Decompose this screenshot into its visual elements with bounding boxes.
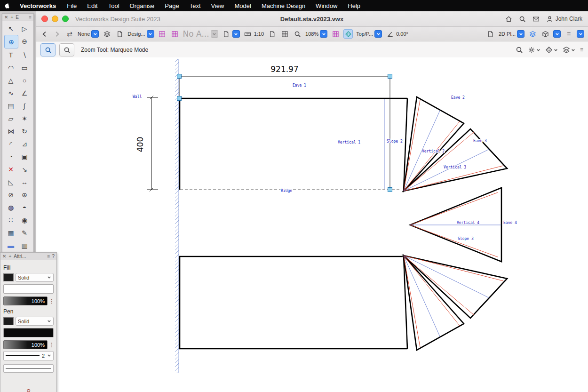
back-button[interactable] bbox=[40, 29, 49, 39]
chevron-down-icon[interactable] bbox=[374, 30, 382, 38]
arc-tool[interactable]: ◠ bbox=[4, 61, 17, 74]
palette-menu-icon[interactable]: ≡ bbox=[48, 254, 50, 259]
fill-pattern-swatch[interactable] bbox=[3, 273, 14, 281]
menu-item[interactable]: Page bbox=[159, 2, 184, 9]
menu-item[interactable]: Organise bbox=[125, 2, 160, 9]
pan-zoom-mode-button[interactable] bbox=[59, 43, 74, 56]
render-mode-button[interactable] bbox=[528, 29, 537, 39]
fill-style-dropdown[interactable]: Solid bbox=[16, 273, 54, 282]
freehand-tool[interactable]: ∿ bbox=[4, 87, 17, 99]
fit-to-objects-button[interactable] bbox=[280, 29, 289, 39]
chevron-down-icon[interactable] bbox=[91, 30, 99, 38]
parallelogram-tool[interactable]: ▱ bbox=[4, 112, 17, 125]
line-end-marker-icon[interactable]: ⚲ bbox=[26, 389, 30, 392]
smart-zoom-control[interactable] bbox=[516, 46, 523, 54]
line-tool[interactable]: ∖ bbox=[18, 48, 31, 61]
apple-menu[interactable] bbox=[0, 2, 14, 9]
selection-handle[interactable] bbox=[177, 74, 182, 79]
label-slope3[interactable]: Slope 3 bbox=[458, 237, 474, 241]
label-vertical4[interactable]: Vertical 4 bbox=[457, 221, 479, 225]
menu-item[interactable]: Model bbox=[229, 2, 256, 9]
menu-item[interactable]: View bbox=[206, 2, 230, 9]
pen-opacity-options-icon[interactable]: ⋮ bbox=[49, 342, 54, 348]
label-eave2[interactable]: Eave 2 bbox=[451, 96, 465, 100]
label-eave1[interactable]: Eave 1 bbox=[293, 83, 306, 88]
move-tool[interactable]: ↘ bbox=[18, 163, 31, 176]
line-weight-control[interactable]: 2 bbox=[3, 351, 54, 360]
move-icon[interactable]: + bbox=[8, 254, 11, 259]
zoom-level-control[interactable]: 108% bbox=[305, 30, 327, 38]
viewport-button[interactable] bbox=[222, 29, 231, 39]
chevron-down-icon[interactable] bbox=[211, 30, 218, 38]
wall-tool[interactable]: ▤ bbox=[4, 99, 17, 112]
label-eave3[interactable]: Eave 3 bbox=[473, 139, 487, 143]
rotate-tool[interactable]: ↻ bbox=[18, 125, 31, 137]
menu-item[interactable]: Window bbox=[310, 2, 342, 9]
globe-tool[interactable]: ◍ bbox=[4, 201, 17, 214]
chevron-down-icon[interactable] bbox=[577, 30, 584, 38]
sphere-tool[interactable]: ◉ bbox=[18, 214, 31, 226]
layer-scale-control[interactable]: 1:10 bbox=[243, 29, 264, 39]
rotation-angle-control[interactable]: 0.00° bbox=[385, 29, 408, 39]
line-style-control[interactable] bbox=[3, 364, 54, 373]
chevron-down-icon[interactable] bbox=[232, 30, 240, 38]
pen-tool[interactable]: ✎ bbox=[18, 226, 31, 239]
class-selector[interactable]: None bbox=[78, 30, 99, 38]
palette-menu-icon[interactable]: ≡ bbox=[29, 15, 32, 20]
move-icon[interactable]: + bbox=[10, 15, 13, 20]
label-eave4[interactable]: Eave 4 bbox=[503, 221, 517, 225]
zoom-window-button[interactable] bbox=[62, 16, 69, 22]
mirror-tool[interactable]: ⋈ bbox=[4, 125, 17, 137]
tool-preferences-control[interactable] bbox=[528, 46, 540, 54]
width-dimension[interactable] bbox=[177, 74, 392, 189]
chevron-down-icon[interactable] bbox=[147, 30, 154, 38]
label-vertical2[interactable]: Vertical 2 bbox=[422, 149, 445, 153]
extrude-tool[interactable]: ▦ bbox=[4, 226, 17, 239]
chevron-down-icon[interactable] bbox=[320, 30, 327, 38]
center-point-tool[interactable]: ⊕ bbox=[18, 188, 31, 201]
fill-opacity-options-icon[interactable]: ⋮ bbox=[49, 298, 54, 304]
fill-opacity-slider[interactable]: 100% bbox=[3, 296, 48, 305]
circle-tool[interactable]: ○ bbox=[18, 74, 31, 87]
fillet-tool[interactable]: ◜ bbox=[4, 137, 17, 150]
chevron-down-icon[interactable] bbox=[517, 30, 524, 38]
sync-button[interactable]: ⇄ bbox=[65, 29, 74, 39]
wall-line[interactable] bbox=[175, 59, 179, 373]
slab-tool[interactable]: ▬ bbox=[4, 239, 17, 252]
grid-tool[interactable]: ∷ bbox=[4, 214, 17, 226]
height-dimension[interactable] bbox=[147, 96, 158, 192]
menu-item[interactable]: Machine Design bbox=[256, 2, 310, 9]
home-icon[interactable] bbox=[505, 16, 512, 23]
space-styles-button[interactable] bbox=[170, 29, 180, 39]
pen-style-dropdown[interactable]: Solid bbox=[16, 317, 54, 326]
attribute-selector[interactable]: No A... bbox=[183, 29, 218, 39]
close-icon[interactable]: ✕ bbox=[4, 15, 8, 20]
offset-tool[interactable]: ⊿ bbox=[18, 137, 31, 150]
dome-tool[interactable]: ◓ bbox=[18, 201, 31, 214]
dimension-tool[interactable]: ↔ bbox=[18, 176, 31, 188]
view-selector[interactable]: Top/P... bbox=[356, 30, 382, 38]
navigation-cube-button[interactable] bbox=[540, 29, 550, 39]
menu-item-app[interactable]: Vectorworks bbox=[14, 2, 62, 9]
solid-tool[interactable]: ▣ bbox=[18, 150, 31, 163]
close-window-button[interactable] bbox=[41, 16, 48, 22]
close-icon[interactable]: ✕ bbox=[2, 254, 6, 259]
search-icon[interactable] bbox=[519, 16, 526, 23]
clip-tool[interactable]: ⊘ bbox=[4, 188, 17, 201]
zoom-search-button[interactable] bbox=[293, 29, 302, 39]
protractor-tool[interactable]: ◺ bbox=[4, 176, 17, 188]
polygon-tool[interactable]: △ bbox=[4, 74, 17, 87]
sheet-tool[interactable]: ▥ bbox=[18, 239, 31, 252]
mode-bar-menu-button[interactable]: ≡ bbox=[580, 47, 583, 53]
viewport-selector[interactable] bbox=[222, 29, 240, 39]
lower-roof-outline[interactable] bbox=[180, 256, 507, 350]
label-wall[interactable]: Wall bbox=[133, 95, 142, 99]
texture-options-control[interactable] bbox=[545, 46, 558, 54]
layer-options-button[interactable] bbox=[115, 29, 124, 39]
snapping-options-control[interactable] bbox=[563, 46, 575, 54]
label-ridge[interactable]: Ridge bbox=[281, 189, 292, 193]
selection-handle[interactable] bbox=[388, 74, 392, 79]
pen-pattern-swatch[interactable] bbox=[3, 317, 14, 325]
selection-handle[interactable] bbox=[388, 188, 392, 192]
page-setup-button[interactable] bbox=[267, 29, 277, 39]
